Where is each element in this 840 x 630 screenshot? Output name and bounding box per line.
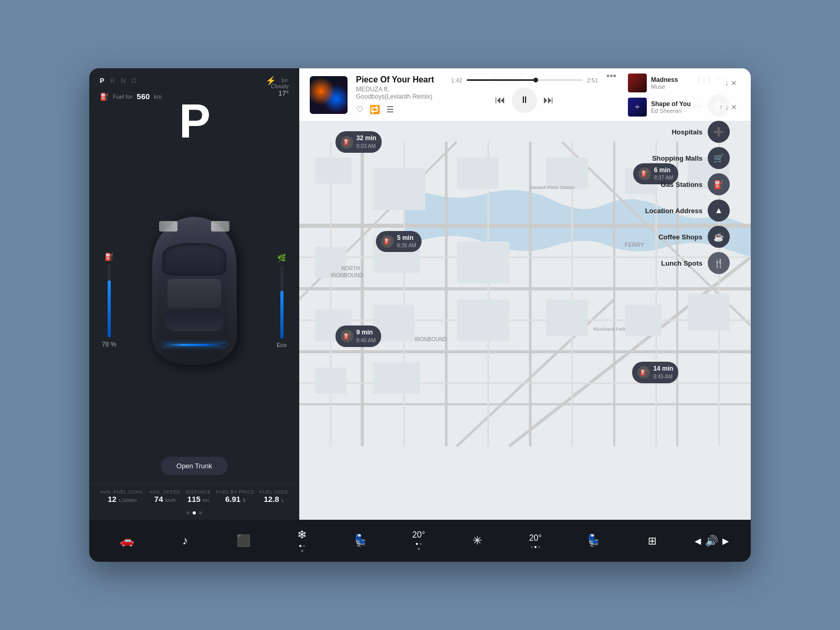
stat-distance-value: 115 km	[185, 495, 211, 504]
dist-bubble-3[interactable]: ⛽ 5 min 8:36 AM	[376, 231, 422, 253]
queue-icon[interactable]: ☰	[386, 104, 394, 114]
poi-coffee-icon[interactable]: ☕	[708, 226, 730, 248]
nav-climate[interactable]: ❄ ▾	[286, 528, 318, 554]
poi-lunch-icon[interactable]: 🍴	[708, 252, 730, 274]
volume-control: ◀ 🔊 ▶	[695, 534, 729, 547]
gas-icon-4: ⛽	[341, 330, 353, 342]
nav-apps[interactable]: ⬛	[228, 534, 259, 548]
playback-controls: ⏮ ⏸ ⏭	[451, 88, 598, 113]
gear-P[interactable]: P	[100, 77, 105, 85]
eco-bar-track	[280, 265, 284, 339]
dist-text-3: 5 min 8:36 AM	[397, 234, 416, 249]
poi-coffee-label: Coffee Shops	[658, 233, 702, 241]
pause-button[interactable]: ⏸	[512, 88, 537, 113]
nav-temp-right[interactable]: 20°	[520, 533, 551, 548]
poi-hospitals[interactable]: Hospitals ➕	[645, 121, 730, 143]
poi-gas[interactable]: Gas Stations ⛽	[645, 173, 730, 195]
nav-fan[interactable]: ✳	[461, 534, 493, 548]
map-background[interactable]: NORTH IRONBOUND IRONBOUND FERRY Newark P…	[299, 68, 751, 520]
queue-title-2: Shape of You	[651, 100, 715, 108]
dist-bubble-5[interactable]: ⛽ 14 min 8:45 AM	[632, 362, 678, 383]
prev-button[interactable]: ⏮	[495, 94, 506, 106]
dot-1[interactable]	[186, 511, 190, 514]
queue-up-2[interactable]: ↑	[719, 103, 723, 111]
stat-avg-speed: Avg. speed 74 km/h	[150, 489, 181, 504]
queue-remove-2[interactable]: ✕	[731, 103, 737, 111]
weather-condition: Cloudy	[271, 83, 289, 89]
poi-hospitals-icon[interactable]: ➕	[708, 121, 730, 143]
nav-seat-heat[interactable]: 💺	[578, 534, 610, 548]
progress-bar[interactable]	[467, 79, 583, 81]
car-front-light-right	[211, 221, 229, 232]
nav-car[interactable]: 🚗	[111, 534, 143, 548]
gear-D[interactable]: D	[131, 77, 136, 85]
poi-shopping[interactable]: Shopping Malls 🛒	[645, 147, 730, 169]
svg-rect-24	[373, 168, 425, 210]
stats-row: Avg. fuel cons. 12 L/100km Avg. speed 74…	[89, 484, 299, 508]
seat-icon: 💺	[353, 534, 368, 548]
temp-left-dot-1	[416, 543, 418, 545]
like-icon[interactable]: ♡	[356, 104, 363, 114]
queue-title-1: Madness	[651, 76, 721, 83]
dist-text-5: 14 min 8:45 AM	[653, 365, 673, 380]
car-windshield	[162, 243, 226, 276]
main-container: P R N D ⚡ ⊨ ⛽ Fuel for 560 km Cloudy 17°	[89, 68, 751, 562]
temp-right-dot-2	[534, 546, 537, 548]
svg-text:Riverbank Park: Riverbank Park	[593, 327, 626, 332]
queue-download-1[interactable]: ↓	[725, 79, 729, 87]
gas-icon-1: ⛽	[341, 136, 353, 149]
more-options-button[interactable]: •••	[606, 71, 616, 82]
temp-right-dots	[531, 546, 540, 548]
nav-rear-defrost[interactable]: ⊞	[636, 534, 668, 547]
climate-dot-2	[303, 545, 305, 547]
apps-icon: ⬛	[236, 534, 250, 548]
queue-remove-1[interactable]: ✕	[731, 79, 737, 87]
nav-seat[interactable]: 💺	[344, 534, 376, 548]
svg-rect-33	[373, 362, 420, 394]
gear-N[interactable]: N	[121, 77, 126, 85]
open-trunk-button[interactable]: Open Trunk	[161, 457, 228, 475]
temp-left-chevron: ▾	[417, 546, 420, 552]
volume-next-button[interactable]: ▶	[722, 536, 729, 546]
dist-bubble-1[interactable]: ⛽ 32 min 9:03 AM	[335, 131, 382, 153]
repeat-icon[interactable]: 🔁	[370, 104, 380, 114]
temp-right-dot-1	[531, 546, 533, 548]
dot-3[interactable]	[199, 511, 202, 514]
svg-rect-39	[688, 294, 730, 331]
queue-download-2[interactable]: ↓	[725, 103, 729, 111]
dist-text-1: 32 min 9:03 AM	[356, 134, 376, 150]
poi-coffee[interactable]: Coffee Shops ☕	[645, 226, 730, 248]
weather-display: Cloudy 17°	[271, 83, 289, 97]
music-artist: MEDUZA ft. Goodboys(Levianth Remix)	[356, 86, 443, 100]
seat-heat-icon: 💺	[586, 534, 601, 548]
nav-temp-left[interactable]: 20° ▾	[403, 530, 434, 552]
nav-music[interactable]: ♪	[170, 534, 201, 548]
stat-fuel-used-value: 12.8 L	[260, 495, 289, 504]
queue-art-1	[628, 74, 647, 92]
poi-shopping-icon[interactable]: 🛒	[708, 147, 730, 169]
eco-icon: 🌿	[277, 254, 286, 262]
music-info: Piece Of Your Heart MEDUZA ft. Goodboys(…	[356, 75, 443, 114]
stat-avg-speed-label: Avg. speed	[150, 489, 181, 495]
fuel-bar-fill	[108, 280, 111, 338]
volume-prev-button[interactable]: ◀	[695, 536, 701, 546]
poi-hospitals-label: Hospitals	[671, 128, 702, 136]
poi-gas-icon[interactable]: ⛽	[708, 173, 730, 195]
queue-actions-1: ↓ ✕	[725, 79, 737, 87]
gear-R[interactable]: R	[110, 77, 116, 85]
poi-lunch[interactable]: Lunch Spots 🍴	[645, 252, 730, 274]
total-time: 2:51	[587, 77, 598, 83]
svg-text:FERRY: FERRY	[625, 242, 645, 248]
svg-rect-37	[546, 299, 588, 336]
rear-defrost-icon: ⊞	[648, 534, 657, 547]
car-front-light-left	[159, 221, 177, 232]
dist-bubble-4[interactable]: ⛽ 9 min 8:40 AM	[335, 326, 381, 347]
car-illustration	[147, 217, 242, 374]
dot-2[interactable]	[193, 511, 196, 514]
poi-location[interactable]: Location Address ▲	[645, 200, 730, 222]
temp-right-value: 20°	[529, 533, 542, 543]
gas-icon-3: ⛽	[381, 235, 394, 248]
next-button[interactable]: ⏭	[543, 94, 554, 106]
poi-location-icon[interactable]: ▲	[708, 200, 730, 222]
music-controls: 1:42 2:51 ⏮ ⏸ ⏭	[451, 77, 598, 113]
